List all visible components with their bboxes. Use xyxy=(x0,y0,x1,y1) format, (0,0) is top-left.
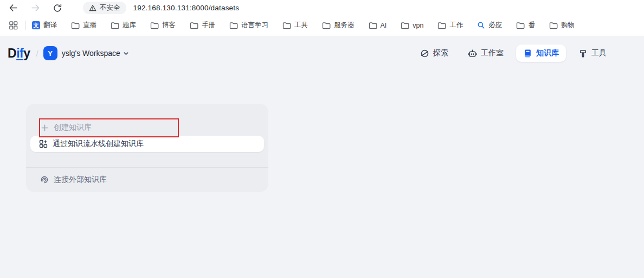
bookmark-folder[interactable]: 番 xyxy=(516,21,535,30)
browser-toolbar: 不安全 192.168.130.131:8000/datasets xyxy=(0,0,644,16)
bookmark-label: AI xyxy=(381,22,387,29)
plus-icon xyxy=(41,124,49,132)
logo-letters-if: if xyxy=(16,46,23,60)
nav-item-tools[interactable]: 工具 xyxy=(571,45,614,62)
connect-external-knowledge-button[interactable]: 连接外部知识库 xyxy=(40,175,107,185)
bookmark-folder[interactable]: 服务器 xyxy=(322,21,355,30)
studio-icon xyxy=(468,49,477,58)
folder-icon xyxy=(516,22,525,29)
app-header: Dify / Y yslg's Workspace 探索 工作室 知识库 工具 xyxy=(0,42,644,64)
bookmark-folder[interactable]: 工具 xyxy=(282,21,308,30)
bookmark-label: 购物 xyxy=(561,21,575,30)
translate-icon: 文 xyxy=(32,21,40,29)
reload-icon xyxy=(53,3,62,13)
apps-grid-icon xyxy=(9,21,18,30)
explore-icon xyxy=(420,49,429,58)
bookmark-folder[interactable]: 工作 xyxy=(437,21,463,30)
create-knowledge-menu: 创建知识库 通过知识流水线创建知识库 连接外部知识库 xyxy=(26,104,268,192)
logo-letter: D xyxy=(8,46,16,60)
bookmark-folder[interactable]: 购物 xyxy=(549,21,575,30)
workspace-name[interactable]: yslg's Workspace xyxy=(62,49,120,58)
warning-triangle-icon xyxy=(89,4,96,12)
external-knowledge-icon xyxy=(40,175,49,184)
folder-icon xyxy=(322,22,331,29)
bookmark-label: 服务器 xyxy=(334,21,355,30)
url-bar[interactable]: 192.168.130.131:8000/datasets xyxy=(133,4,240,12)
menu-divider xyxy=(26,167,268,168)
forward-arrow-icon xyxy=(30,3,41,13)
reload-button[interactable] xyxy=(51,2,64,15)
folder-icon xyxy=(190,22,198,29)
bookmark-label: 手册 xyxy=(202,21,215,30)
dify-logo[interactable]: Dify xyxy=(8,46,30,61)
bookmark-label: 工具 xyxy=(294,21,308,30)
folder-icon xyxy=(71,22,80,29)
bookmark-folder[interactable]: 手册 xyxy=(190,21,215,30)
nav-label: 工具 xyxy=(591,48,607,58)
bookmark-bing[interactable]: 必应 xyxy=(477,21,502,30)
folder-icon xyxy=(282,22,291,29)
bookmark-label: 必应 xyxy=(488,21,502,30)
nav-item-knowledge[interactable]: 知识库 xyxy=(516,45,566,62)
bookmark-label: 番 xyxy=(528,21,535,30)
bookmark-folder[interactable]: AI xyxy=(369,22,387,29)
bookmark-folder[interactable]: 博客 xyxy=(150,21,176,30)
bookmark-label: 题库 xyxy=(123,21,136,30)
bookmark-label: 语言学习 xyxy=(241,21,268,30)
create-from-pipeline-button[interactable]: 通过知识流水线创建知识库 xyxy=(30,136,264,152)
main-nav: 探索 工作室 知识库 工具 xyxy=(413,45,614,62)
create-knowledge-button[interactable]: 创建知识库 xyxy=(41,123,92,132)
bookmark-label: 直播 xyxy=(83,21,96,30)
create-knowledge-label: 创建知识库 xyxy=(54,123,92,132)
folder-icon xyxy=(549,22,558,29)
folder-icon xyxy=(437,22,446,29)
bookmark-folder[interactable]: 直播 xyxy=(71,21,96,30)
nav-label: 知识库 xyxy=(536,48,559,58)
security-chip-label: 不安全 xyxy=(100,3,120,12)
bookmark-label: 博客 xyxy=(162,21,176,30)
bookmark-label: 翻译 xyxy=(43,21,57,30)
forward-button[interactable] xyxy=(29,2,42,15)
bookmarks-bar: 文 翻译 直播 题库 博客 手册 语言学习 工具 服务器 AI vpn 工作 xyxy=(0,16,644,35)
folder-icon xyxy=(229,22,238,29)
folder-icon xyxy=(369,22,377,29)
site-security-chip[interactable]: 不安全 xyxy=(83,2,126,14)
bookmark-folder[interactable]: 题库 xyxy=(111,21,136,30)
bookmark-label: 工作 xyxy=(449,21,463,30)
folder-icon xyxy=(150,22,159,29)
create-from-pipeline-label: 通过知识流水线创建知识库 xyxy=(53,139,144,149)
bookmark-folder[interactable]: 语言学习 xyxy=(229,21,268,30)
bookmark-translate[interactable]: 文 翻译 xyxy=(32,21,57,30)
chevron-down-icon[interactable] xyxy=(123,50,129,56)
bookmark-folder[interactable]: vpn xyxy=(401,22,423,29)
connect-external-knowledge-label: 连接外部知识库 xyxy=(54,175,107,185)
knowledge-icon xyxy=(523,49,532,58)
pipeline-icon xyxy=(39,140,48,148)
bookmark-label: vpn xyxy=(413,22,423,29)
search-icon xyxy=(477,21,485,29)
nav-item-explore[interactable]: 探索 xyxy=(413,45,455,62)
apps-grid-button[interactable] xyxy=(7,19,20,32)
dify-page: Dify / Y yslg's Workspace 探索 工作室 知识库 工具 xyxy=(0,36,644,278)
folder-icon xyxy=(111,22,119,29)
tools-icon xyxy=(578,49,588,58)
nav-label: 探索 xyxy=(433,48,448,58)
workspace-avatar[interactable]: Y xyxy=(43,46,57,60)
back-button[interactable] xyxy=(7,2,20,15)
nav-item-studio[interactable]: 工作室 xyxy=(461,45,511,62)
nav-label: 工作室 xyxy=(481,48,504,58)
breadcrumb-separator: / xyxy=(36,49,38,58)
logo-letter: y xyxy=(23,46,30,60)
folder-icon xyxy=(401,22,409,29)
back-arrow-icon xyxy=(8,3,18,13)
bookmarks-divider xyxy=(25,21,25,30)
